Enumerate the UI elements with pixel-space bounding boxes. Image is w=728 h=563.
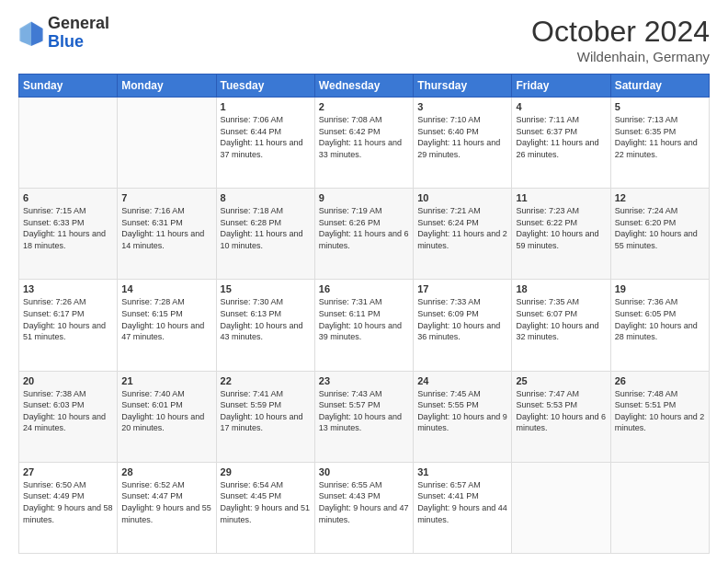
day-info: Sunrise: 7:13 AM Sunset: 6:35 PM Dayligh… — [615, 114, 705, 160]
day-cell: 18Sunrise: 7:35 AM Sunset: 6:07 PM Dayli… — [512, 280, 610, 371]
day-number: 13 — [23, 283, 113, 294]
day-info: Sunrise: 7:33 AM Sunset: 6:09 PM Dayligh… — [417, 296, 507, 342]
day-number: 21 — [121, 375, 211, 386]
day-cell: 30Sunrise: 6:55 AM Sunset: 4:43 PM Dayli… — [314, 462, 413, 553]
day-info: Sunrise: 7:21 AM Sunset: 6:24 PM Dayligh… — [417, 205, 507, 251]
day-cell: 9Sunrise: 7:19 AM Sunset: 6:26 PM Daylig… — [314, 189, 413, 280]
day-cell: 21Sunrise: 7:40 AM Sunset: 6:01 PM Dayli… — [118, 371, 216, 462]
day-info: Sunrise: 7:30 AM Sunset: 6:13 PM Dayligh… — [221, 296, 311, 342]
day-number: 18 — [516, 283, 606, 294]
day-info: Sunrise: 7:18 AM Sunset: 6:28 PM Dayligh… — [221, 205, 311, 251]
day-number: 9 — [319, 192, 409, 203]
day-info: Sunrise: 7:19 AM Sunset: 6:26 PM Dayligh… — [319, 205, 409, 251]
weekday-header-tuesday: Tuesday — [216, 75, 314, 98]
day-number: 20 — [23, 375, 113, 386]
logo-text: General Blue — [48, 15, 109, 52]
day-cell: 19Sunrise: 7:36 AM Sunset: 6:05 PM Dayli… — [610, 280, 709, 371]
day-info: Sunrise: 7:23 AM Sunset: 6:22 PM Dayligh… — [516, 205, 606, 251]
day-cell: 16Sunrise: 7:31 AM Sunset: 6:11 PM Dayli… — [314, 280, 413, 371]
day-number: 11 — [516, 192, 606, 203]
day-number: 4 — [516, 101, 606, 112]
week-row: 1Sunrise: 7:06 AM Sunset: 6:44 PM Daylig… — [19, 98, 710, 189]
day-info: Sunrise: 7:48 AM Sunset: 5:51 PM Dayligh… — [615, 388, 705, 434]
day-number: 3 — [417, 101, 507, 112]
week-row: 6Sunrise: 7:15 AM Sunset: 6:33 PM Daylig… — [19, 189, 710, 280]
day-info: Sunrise: 6:50 AM Sunset: 4:49 PM Dayligh… — [23, 479, 113, 525]
day-cell: 25Sunrise: 7:47 AM Sunset: 5:53 PM Dayli… — [512, 371, 610, 462]
day-number: 30 — [319, 466, 409, 477]
header: General Blue October 2024 Wildenhain, Ge… — [18, 15, 710, 64]
day-number: 5 — [615, 101, 705, 112]
calendar-header: SundayMondayTuesdayWednesdayThursdayFrid… — [19, 75, 710, 98]
weekday-header-sunday: Sunday — [19, 75, 118, 98]
day-number: 24 — [417, 375, 507, 386]
day-info: Sunrise: 7:26 AM Sunset: 6:17 PM Dayligh… — [23, 296, 113, 342]
day-number: 10 — [417, 192, 507, 203]
weekday-header-wednesday: Wednesday — [314, 75, 413, 98]
page: General Blue October 2024 Wildenhain, Ge… — [0, 0, 728, 563]
weekday-header-friday: Friday — [512, 75, 610, 98]
day-cell: 29Sunrise: 6:54 AM Sunset: 4:45 PM Dayli… — [216, 462, 314, 553]
calendar-body: 1Sunrise: 7:06 AM Sunset: 6:44 PM Daylig… — [19, 98, 710, 554]
logo-icon — [18, 20, 44, 46]
day-number: 23 — [319, 375, 409, 386]
day-cell — [512, 462, 610, 553]
day-cell: 31Sunrise: 6:57 AM Sunset: 4:41 PM Dayli… — [414, 462, 512, 553]
day-cell: 6Sunrise: 7:15 AM Sunset: 6:33 PM Daylig… — [19, 189, 118, 280]
day-info: Sunrise: 7:47 AM Sunset: 5:53 PM Dayligh… — [516, 388, 606, 434]
day-number: 28 — [121, 466, 211, 477]
day-number: 14 — [121, 283, 211, 294]
weekday-header-monday: Monday — [118, 75, 216, 98]
day-info: Sunrise: 7:45 AM Sunset: 5:55 PM Dayligh… — [417, 388, 507, 434]
day-cell: 27Sunrise: 6:50 AM Sunset: 4:49 PM Dayli… — [19, 462, 118, 553]
day-info: Sunrise: 6:55 AM Sunset: 4:43 PM Dayligh… — [319, 479, 409, 525]
week-row: 20Sunrise: 7:38 AM Sunset: 6:03 PM Dayli… — [19, 371, 710, 462]
day-number: 19 — [615, 283, 705, 294]
logo-general: General — [48, 14, 109, 32]
day-info: Sunrise: 7:36 AM Sunset: 6:05 PM Dayligh… — [615, 296, 705, 342]
day-cell: 13Sunrise: 7:26 AM Sunset: 6:17 PM Dayli… — [19, 280, 118, 371]
day-cell: 14Sunrise: 7:28 AM Sunset: 6:15 PM Dayli… — [118, 280, 216, 371]
logo-blue: Blue — [48, 32, 84, 51]
day-number: 31 — [417, 466, 507, 477]
day-info: Sunrise: 6:54 AM Sunset: 4:45 PM Dayligh… — [221, 479, 311, 525]
day-number: 12 — [615, 192, 705, 203]
day-info: Sunrise: 6:52 AM Sunset: 4:47 PM Dayligh… — [121, 479, 211, 525]
calendar: SundayMondayTuesdayWednesdayThursdayFrid… — [18, 74, 710, 554]
day-cell: 24Sunrise: 7:45 AM Sunset: 5:55 PM Dayli… — [414, 371, 512, 462]
weekday-header-saturday: Saturday — [610, 75, 709, 98]
month-title: October 2024 — [531, 15, 710, 49]
day-number: 15 — [221, 283, 311, 294]
day-cell — [19, 98, 118, 189]
day-info: Sunrise: 7:16 AM Sunset: 6:31 PM Dayligh… — [121, 205, 211, 251]
day-number: 2 — [319, 101, 409, 112]
day-cell: 15Sunrise: 7:30 AM Sunset: 6:13 PM Dayli… — [216, 280, 314, 371]
day-number: 8 — [221, 192, 311, 203]
day-number: 29 — [221, 466, 311, 477]
day-number: 1 — [221, 101, 311, 112]
day-info: Sunrise: 7:15 AM Sunset: 6:33 PM Dayligh… — [23, 205, 113, 251]
day-cell: 2Sunrise: 7:08 AM Sunset: 6:42 PM Daylig… — [314, 98, 413, 189]
day-cell: 28Sunrise: 6:52 AM Sunset: 4:47 PM Dayli… — [118, 462, 216, 553]
day-number: 16 — [319, 283, 409, 294]
day-cell: 12Sunrise: 7:24 AM Sunset: 6:20 PM Dayli… — [610, 189, 709, 280]
day-number: 22 — [221, 375, 311, 386]
weekday-header-thursday: Thursday — [414, 75, 512, 98]
weekday-row: SundayMondayTuesdayWednesdayThursdayFrid… — [19, 75, 710, 98]
day-cell — [118, 98, 216, 189]
day-info: Sunrise: 7:35 AM Sunset: 6:07 PM Dayligh… — [516, 296, 606, 342]
day-info: Sunrise: 7:10 AM Sunset: 6:40 PM Dayligh… — [417, 114, 507, 160]
day-info: Sunrise: 7:08 AM Sunset: 6:42 PM Dayligh… — [319, 114, 409, 160]
day-cell: 4Sunrise: 7:11 AM Sunset: 6:37 PM Daylig… — [512, 98, 610, 189]
day-cell: 11Sunrise: 7:23 AM Sunset: 6:22 PM Dayli… — [512, 189, 610, 280]
day-cell: 7Sunrise: 7:16 AM Sunset: 6:31 PM Daylig… — [118, 189, 216, 280]
day-cell: 1Sunrise: 7:06 AM Sunset: 6:44 PM Daylig… — [216, 98, 314, 189]
svg-marker-1 — [31, 21, 43, 46]
day-info: Sunrise: 7:43 AM Sunset: 5:57 PM Dayligh… — [319, 388, 409, 434]
day-cell — [610, 462, 709, 553]
day-number: 6 — [23, 192, 113, 203]
day-number: 27 — [23, 466, 113, 477]
location: Wildenhain, Germany — [531, 49, 710, 64]
day-info: Sunrise: 6:57 AM Sunset: 4:41 PM Dayligh… — [417, 479, 507, 525]
title-block: October 2024 Wildenhain, Germany — [531, 15, 710, 64]
